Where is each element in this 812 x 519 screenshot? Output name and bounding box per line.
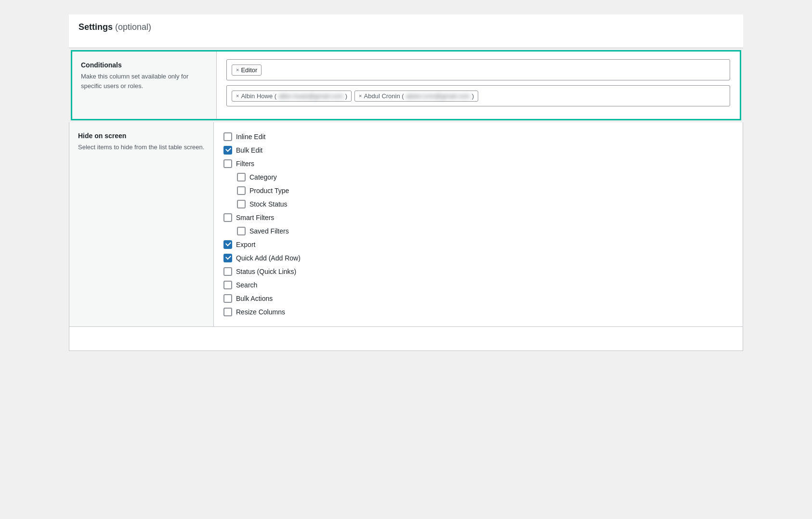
checkbox-bulk-edit[interactable] — [223, 146, 232, 155]
roles-tag-input[interactable]: × Editor — [226, 59, 730, 80]
list-item-product-type: Product Type — [223, 184, 733, 197]
checkbox-status-quick-links[interactable] — [223, 267, 232, 276]
list-item-bulk-edit: Bulk Edit — [223, 143, 733, 157]
label-smart-filters[interactable]: Smart Filters — [236, 214, 274, 221]
checkbox-smart-filters[interactable] — [223, 213, 232, 222]
conditionals-row: Conditionals Make this column set availa… — [72, 52, 740, 119]
hide-on-screen-row: Hide on screen Select items to hide from… — [69, 122, 743, 326]
list-item-category: Category — [223, 170, 733, 184]
list-item-search: Search — [223, 278, 733, 292]
label-search[interactable]: Search — [236, 281, 257, 289]
checkbox-inline-edit[interactable] — [223, 132, 232, 141]
list-item-status-quick-links: Status (Quick Links) — [223, 265, 733, 278]
list-item-saved-filters: Saved Filters — [223, 224, 733, 238]
label-category[interactable]: Category — [249, 173, 277, 181]
editor-role-tag[interactable]: × Editor — [232, 65, 262, 76]
label-bulk-actions[interactable]: Bulk Actions — [236, 295, 273, 302]
label-product-type[interactable]: Product Type — [249, 187, 289, 195]
editor-tag-remove-icon[interactable]: × — [236, 67, 239, 73]
bottom-bar — [69, 327, 743, 351]
label-filters[interactable]: Filters — [236, 160, 254, 168]
label-bulk-edit[interactable]: Bulk Edit — [236, 146, 262, 154]
list-item-resize-columns: Resize Columns — [223, 305, 733, 319]
abdul-name: Abdul Cronin ( — [364, 92, 404, 100]
list-item-smart-filters: Smart Filters — [223, 211, 733, 224]
settings-heading-row: Settings (optional) — [69, 14, 743, 48]
abdul-remove-icon[interactable]: × — [359, 93, 362, 99]
hide-checkbox-list: Inline Edit Bulk Edit Filters Ca — [223, 130, 733, 319]
settings-title: Settings (optional) — [79, 22, 733, 32]
label-saved-filters[interactable]: Saved Filters — [249, 227, 289, 235]
checkbox-search[interactable] — [223, 281, 232, 289]
checkbox-quick-add[interactable] — [223, 254, 232, 262]
hide-heading: Hide on screen — [78, 132, 205, 140]
checkbox-bulk-actions[interactable] — [223, 294, 232, 303]
checkbox-stock-status[interactable] — [237, 200, 246, 208]
conditionals-description: Make this column set available only for … — [81, 72, 208, 91]
list-item-export: Export — [223, 238, 733, 251]
hide-description: Select items to hide from the list table… — [78, 143, 205, 152]
hide-content-col: Inline Edit Bulk Edit Filters Ca — [214, 122, 743, 326]
label-stock-status[interactable]: Stock Status — [249, 200, 288, 208]
hide-label-col: Hide on screen Select items to hide from… — [69, 122, 214, 326]
conditionals-content-col: × Editor × Albin Howe (albin.howe@gmail.… — [217, 52, 740, 119]
label-resize-columns[interactable]: Resize Columns — [236, 308, 285, 316]
page-wrapper: Settings (optional) Conditionals Make th… — [0, 0, 812, 519]
label-export[interactable]: Export — [236, 241, 255, 248]
list-item-inline-edit: Inline Edit — [223, 130, 733, 143]
list-item-quick-add: Quick Add (Add Row) — [223, 251, 733, 265]
user-tag-albin[interactable]: × Albin Howe (albin.howe@gmail.com) — [232, 91, 352, 102]
albin-remove-icon[interactable]: × — [236, 93, 239, 99]
label-status-quick-links[interactable]: Status (Quick Links) — [236, 268, 296, 275]
outer-wrapper: Settings (optional) Conditionals Make th… — [69, 14, 743, 351]
list-item-filters: Filters — [223, 157, 733, 170]
conditionals-label-col: Conditionals Make this column set availa… — [72, 52, 217, 119]
editor-tag-label: Editor — [241, 66, 257, 74]
label-inline-edit[interactable]: Inline Edit — [236, 133, 265, 141]
albin-name: Albin Howe ( — [241, 92, 276, 100]
checkbox-resize-columns[interactable] — [223, 308, 232, 316]
checkbox-saved-filters[interactable] — [237, 227, 246, 235]
users-tag-input[interactable]: × Albin Howe (albin.howe@gmail.com) × Ab… — [226, 85, 730, 106]
checkbox-category[interactable] — [237, 173, 246, 182]
list-item-stock-status: Stock Status — [223, 197, 733, 211]
abdul-email: abdul.cron@gmail.com — [406, 92, 470, 100]
hide-on-screen-section: Hide on screen Select items to hide from… — [69, 122, 743, 327]
list-item-bulk-actions: Bulk Actions — [223, 292, 733, 305]
label-quick-add[interactable]: Quick Add (Add Row) — [236, 254, 301, 262]
checkbox-filters[interactable] — [223, 159, 232, 168]
albin-email: albin.howe@gmail.com — [278, 92, 343, 100]
conditionals-heading: Conditionals — [81, 61, 208, 69]
checkbox-export[interactable] — [223, 240, 232, 249]
checkbox-product-type[interactable] — [237, 186, 246, 195]
conditionals-section: Conditionals Make this column set availa… — [71, 50, 741, 120]
user-tag-abdul[interactable]: × Abdul Cronin (abdul.cron@gmail.com) — [354, 91, 478, 102]
